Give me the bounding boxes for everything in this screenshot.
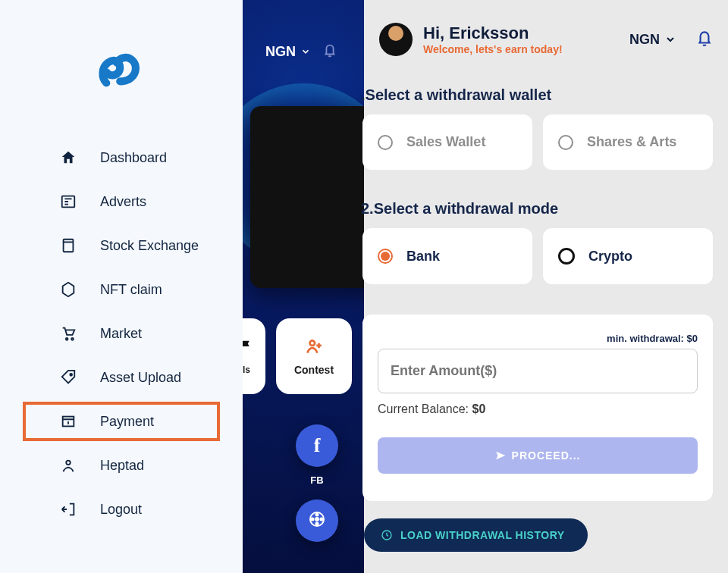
withdraw-content: .Select a withdrawal wallet Sales Wallet… [362,56,728,501]
flag-icon [243,337,255,360]
sidebar-item-asset-upload[interactable]: Asset Upload [23,358,220,397]
header: Hi, Ericksson Welcome, lets's earn today… [364,0,728,56]
sidebar-item-market[interactable]: Market [23,314,220,353]
currency-selector[interactable]: NGN [629,32,676,48]
tile-partial[interactable]: ls [243,318,265,394]
hexagon-icon [59,280,77,299]
proceed-button[interactable]: PROCEED... [378,437,698,474]
social-button-2[interactable] [296,499,338,542]
section2-title: 2.Select a withdrawal mode [361,170,713,228]
currency-label: NGN [265,44,296,60]
svg-point-2 [66,338,68,340]
sidebar-item-heptad[interactable]: Heptad [23,446,220,485]
mode-option-bank[interactable]: Bank [362,228,532,284]
sidebar-item-payment[interactable]: Payment [23,402,220,441]
radio-off-icon [378,135,393,150]
avatar[interactable] [379,23,413,56]
sidebar-item-label: Adverts [100,194,146,210]
sidebar-item-label: Asset Upload [100,370,181,386]
facebook-label: FB [310,474,323,486]
amount-input[interactable] [378,349,698,393]
history-icon [381,529,393,541]
svg-point-4 [70,374,72,376]
load-history-label: LOAD WITHDRAWAL HISTORY [400,529,565,541]
svg-point-9 [315,518,318,521]
tag-icon [59,368,77,387]
tile-contest[interactable]: Contest [276,318,352,394]
payment-icon [59,412,77,431]
main-panel: Hi, Ericksson Welcome, lets's earn today… [364,0,728,573]
radio-on-icon [378,249,393,264]
wallet-option-label: Shares & Arts [587,134,676,150]
svg-point-3 [71,338,74,340]
book-icon [59,236,77,255]
svg-point-11 [316,523,318,525]
amount-panel: min. withdrawal: $0 Current Balance: $0 … [362,315,713,501]
tile-label-cut: ls [243,365,250,375]
sidebar-item-adverts[interactable]: Adverts [23,182,220,221]
bell-icon[interactable] [695,28,714,51]
radio-off-icon [558,135,573,150]
welcome-text: Welcome, lets's earn today! [423,43,619,55]
chevron-down-icon [664,33,676,45]
sidebar-item-label: Payment [100,414,154,430]
currency-label: NGN [629,32,660,48]
mode-option-label: Bank [406,249,440,265]
logout-icon [59,500,77,518]
reel-icon [308,510,326,531]
sidebar-item-stock-exchange[interactable]: Stock Exchange [23,226,220,265]
radio-off-icon [558,248,575,265]
bell-icon[interactable] [322,42,338,61]
svg-point-6 [66,461,71,465]
sidebar-item-label: Market [100,326,142,342]
person-plus-icon [304,337,324,359]
wallet-option-label: Sales Wallet [406,134,485,150]
sidebar-item-nft-claim[interactable]: NFT claim [23,270,220,309]
tile-label: Contest [294,364,334,376]
wallet-option-shares[interactable]: Shares & Arts [543,114,713,170]
greeting-block: Hi, Ericksson Welcome, lets's earn today… [423,23,619,55]
current-balance: Current Balance: $0 [378,402,698,416]
logo [0,15,243,133]
sidebar-item-dashboard[interactable]: Dashboard [23,138,220,177]
newspaper-icon [59,193,77,211]
svg-point-7 [310,340,315,346]
send-icon [495,450,506,461]
middle-panel: NGN ls Contest f FB [243,0,364,573]
sidebar-item-label: Logout [100,502,142,518]
proceed-label: PROCEED... [512,449,581,462]
cart-icon [59,324,77,343]
facebook-button[interactable]: f [296,424,338,467]
min-withdrawal-label: min. withdrawal: $0 [378,333,698,344]
home-icon [59,149,77,167]
sidebar-item-logout[interactable]: Logout [23,490,220,529]
wallet-option-sales[interactable]: Sales Wallet [362,114,532,170]
chevron-down-icon [300,46,311,57]
mode-option-crypto[interactable]: Crypto [543,228,713,284]
mode-option-label: Crypto [588,249,632,265]
load-history-button[interactable]: LOAD WITHDRAWAL HISTORY [364,518,588,552]
current-balance-value: $0 [472,402,486,415]
currency-selector-mid[interactable]: NGN [265,44,311,60]
svg-point-10 [316,514,318,516]
svg-rect-1 [64,240,74,252]
greeting-text: Hi, Ericksson [423,23,619,43]
sidebar: Dashboard Adverts Stock Exchange NFT cla… [0,0,243,573]
current-balance-label: Current Balance: [378,402,472,415]
sidebar-item-label: Stock Exchange [100,238,199,254]
promo-card [250,106,364,288]
sidebar-item-label: NFT claim [100,282,162,298]
sidebar-item-label: Heptad [100,458,144,474]
section1-title: .Select a withdrawal wallet [361,56,713,114]
svg-point-12 [312,518,314,521]
svg-point-13 [321,518,323,521]
facebook-icon: f [314,434,321,457]
sidebar-item-label: Dashboard [100,150,167,166]
person-icon [59,456,77,474]
